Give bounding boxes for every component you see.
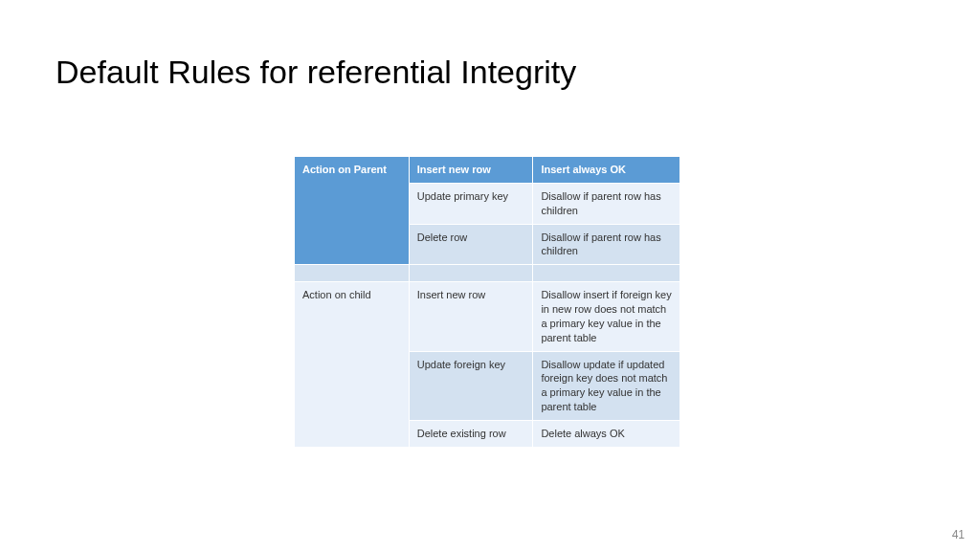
table-spacer-row <box>295 265 680 282</box>
rules-table: Action on Parent Insert new row Insert a… <box>294 156 680 448</box>
table-cell: Update foreign key <box>409 351 533 420</box>
column-header-rule: Insert always OK <box>533 157 680 184</box>
parent-section-header: Action on Parent <box>295 157 410 265</box>
child-section-header: Action on child <box>295 282 410 448</box>
table-cell: Update primary key <box>409 183 533 224</box>
table-cell: Insert new row <box>409 282 533 351</box>
table-cell: Disallow if parent row has children <box>533 224 680 265</box>
page-number: 41 <box>952 528 965 541</box>
slide-title: Default Rules for referential Integrity <box>56 54 576 91</box>
table-cell: Disallow if parent row has children <box>533 183 680 224</box>
table-cell: Delete always OK <box>533 420 680 447</box>
table-cell: Disallow insert if foreign key in new ro… <box>533 282 680 351</box>
column-header-action: Insert new row <box>409 157 533 184</box>
table-cell: Delete existing row <box>409 420 533 447</box>
table-cell: Disallow update if updated foreign key d… <box>533 351 680 420</box>
table-cell: Delete row <box>409 224 533 265</box>
